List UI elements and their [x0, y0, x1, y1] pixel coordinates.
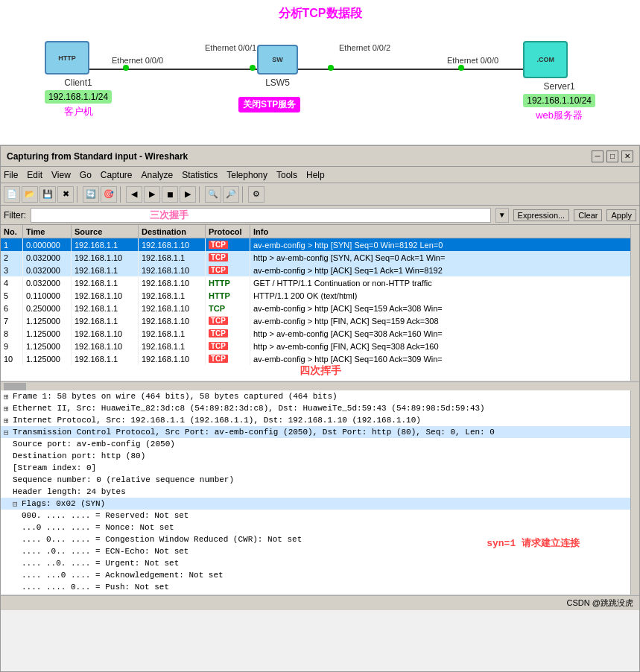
- diagram-title: 分析TCP数据段: [279, 6, 362, 22]
- tb-sep3: [199, 186, 202, 203]
- cell-no-3: 3: [1, 264, 23, 276]
- cell-info-2: http > av-emb-config [SYN, ACK] Seq=0 Ac…: [250, 251, 639, 264]
- cell-no-2: 2: [1, 251, 23, 264]
- dot-client: [123, 65, 129, 71]
- tb-zoom-in[interactable]: 🔍: [205, 186, 221, 203]
- cell-info-10: av-emb-config > http [ACK] Seq=160 Ack=3…: [250, 352, 639, 365]
- tb-options[interactable]: ⚙: [248, 186, 264, 203]
- flag-push-text: .... .... 0... = Push: Not set: [22, 583, 169, 592]
- cell-src-10: 192.168.1.1: [72, 352, 139, 365]
- menu-analyze[interactable]: Analyze: [142, 170, 174, 180]
- cell-no-4: 4: [1, 276, 23, 289]
- tb-back[interactable]: ◀: [126, 186, 142, 203]
- tb-reload[interactable]: 🔄: [83, 186, 99, 203]
- menu-file[interactable]: File: [4, 170, 18, 180]
- detail-ip[interactable]: ⊞ Internet Protocol, Src: 192.168.1.1 (1…: [1, 414, 639, 426]
- window-controls[interactable]: ─ □ ✕: [592, 150, 633, 162]
- packet-row-8[interactable]: 8 1.125000 192.168.1.10 192.168.1.1 TCP …: [1, 327, 639, 340]
- menu-tools[interactable]: Tools: [276, 170, 297, 180]
- cell-proto-5: HTTP: [206, 289, 250, 302]
- cell-src-4: 192.168.1.1: [72, 276, 139, 289]
- menu-help[interactable]: Help: [306, 170, 325, 180]
- seq-text: Sequence number: 0 (relative sequence nu…: [13, 475, 234, 484]
- flag-urgent: .... ..0. .... = Urgent: Not set: [1, 557, 639, 569]
- cell-dst-2: 192.168.1.1: [139, 251, 206, 264]
- packet-row-5[interactable]: 5 0.110000 192.168.1.10 192.168.1.1 HTTP…: [1, 289, 639, 302]
- tb-save[interactable]: 💾: [39, 186, 56, 203]
- tb-fwd[interactable]: ▶: [144, 186, 160, 203]
- detail-tcp[interactable]: ⊟ Transmission Control Protocol, Src Por…: [1, 426, 639, 438]
- packet-detail: ⊞ Frame 1: 58 bytes on wire (464 bits), …: [1, 390, 639, 595]
- clear-button[interactable]: Clear: [574, 209, 602, 221]
- packet-list-header: No. Time Source Destination Protocol Inf…: [1, 225, 639, 238]
- header-dst: Destination: [139, 225, 206, 238]
- maximize-button[interactable]: □: [606, 150, 618, 162]
- cell-no-1: 1: [1, 238, 23, 251]
- cell-dst-6: 192.168.1.10: [139, 302, 206, 314]
- packet-row-2[interactable]: 2 0.032000 192.168.1.10 192.168.1.1 TCP …: [1, 251, 639, 264]
- cell-no-8: 8: [1, 327, 23, 340]
- syn-annotation: syn=1 请求建立连接: [487, 536, 580, 550]
- expand-ip-icon: ⊞: [4, 416, 13, 425]
- packet-row-7[interactable]: 7 1.125000 192.168.1.1 192.168.1.10 TCP …: [1, 314, 639, 327]
- packet-row-4[interactable]: 4 0.032000 192.168.1.1 192.168.1.10 HTTP…: [1, 276, 639, 289]
- client-role: 客户机: [45, 105, 112, 118]
- cell-info-1: av-emb-config > http [SYN] Seq=0 Win=819…: [250, 238, 639, 251]
- vscrollbar[interactable]: [630, 225, 639, 381]
- detail-tcp-text: Transmission Control Protocol, Src Port:…: [13, 428, 495, 437]
- cell-src-9: 192.168.1.10: [72, 340, 139, 352]
- detail-dst-port: Destination port: http (80): [1, 450, 639, 462]
- h-scroll-thumb[interactable]: [4, 383, 26, 390]
- tb-zoom-out[interactable]: 🔎: [223, 186, 239, 203]
- menu-go[interactable]: Go: [80, 170, 92, 180]
- header-no: No.: [1, 225, 23, 238]
- detail-vscrollbar[interactable]: [630, 390, 639, 595]
- cell-info-5: HTTP/1.1 200 OK (text/html): [250, 289, 639, 302]
- flag-reserved: 000. .... .... = Reserved: Not set: [1, 510, 639, 522]
- cell-time-5: 0.110000: [23, 289, 72, 302]
- packet-row-6[interactable]: 6 0.250000 192.168.1.1 192.168.1.10 TCP …: [1, 302, 639, 314]
- menu-view[interactable]: View: [51, 170, 71, 180]
- packet-row-3[interactable]: 3 0.032000 192.168.1.1 192.168.1.10 TCP …: [1, 264, 639, 276]
- packet-row-9[interactable]: 9 1.125000 192.168.1.10 192.168.1.1 TCP …: [1, 340, 639, 352]
- packet-row-10[interactable]: 10 1.125000 192.168.1.1 192.168.1.10 TCP…: [1, 352, 639, 365]
- header-info: Info: [250, 225, 639, 238]
- cell-time-1: 0.000000: [23, 238, 72, 251]
- detail-frame[interactable]: ⊞ Frame 1: 58 bytes on wire (464 bits), …: [1, 390, 639, 402]
- menu-telephony[interactable]: Telephony: [226, 170, 267, 180]
- server-icon: [523, 41, 568, 78]
- header-src: Source: [72, 225, 139, 238]
- tb-start[interactable]: ▶: [180, 186, 196, 203]
- expression-button[interactable]: Expression...: [513, 209, 570, 221]
- tb-capture[interactable]: 🎯: [101, 186, 117, 203]
- tb-open[interactable]: 📂: [22, 186, 38, 203]
- tb-stop[interactable]: ⏹: [162, 186, 178, 203]
- toolbar: 📄 📂 💾 ✖ 🔄 🎯 ◀ ▶ ⏹ ▶ 🔍 🔎 ⚙: [1, 183, 639, 206]
- menu-edit[interactable]: Edit: [27, 170, 42, 180]
- detail-ethernet[interactable]: ⊞ Ethernet II, Src: HuaweiTe_82:3d:c8 (5…: [1, 402, 639, 414]
- menubar: File Edit View Go Capture Analyze Statis…: [1, 167, 639, 183]
- tb-close[interactable]: ✖: [57, 186, 74, 203]
- expand-flags-icon: ⊟: [13, 499, 22, 509]
- cell-dst-10: 192.168.1.10: [139, 352, 206, 365]
- close-button[interactable]: ✕: [621, 150, 633, 162]
- cell-proto-10: TCP: [206, 352, 250, 365]
- h-scrollbar[interactable]: [1, 381, 639, 390]
- tb-new[interactable]: 📄: [4, 186, 20, 203]
- menu-capture[interactable]: Capture: [101, 170, 133, 180]
- flag-reserved-text: 000. .... .... = Reserved: Not set: [22, 511, 188, 520]
- menu-statistics[interactable]: Statistics: [182, 170, 218, 180]
- packet-row-1[interactable]: 1 0.000000 192.168.1.1 192.168.1.10 TCP …: [1, 238, 639, 251]
- cell-time-10: 1.125000: [23, 352, 72, 365]
- expand-frame-icon: ⊞: [4, 392, 13, 402]
- filter-input[interactable]: [31, 208, 491, 223]
- flag-nonce-text: ...0 .... .... = Nonce: Not set: [22, 523, 174, 532]
- minimize-button[interactable]: ─: [592, 150, 603, 162]
- apply-button[interactable]: Apply: [606, 209, 636, 221]
- filter-dropdown[interactable]: ▼: [495, 208, 509, 223]
- src-port-text: Source port: av-emb-config (2050): [13, 440, 175, 448]
- packet-list[interactable]: No. Time Source Destination Protocol Inf…: [1, 225, 639, 381]
- detail-flags[interactable]: ⊟ Flags: 0x02 (SYN): [1, 498, 639, 510]
- cell-proto-3: TCP: [206, 264, 250, 276]
- cell-src-5: 192.168.1.10: [72, 289, 139, 302]
